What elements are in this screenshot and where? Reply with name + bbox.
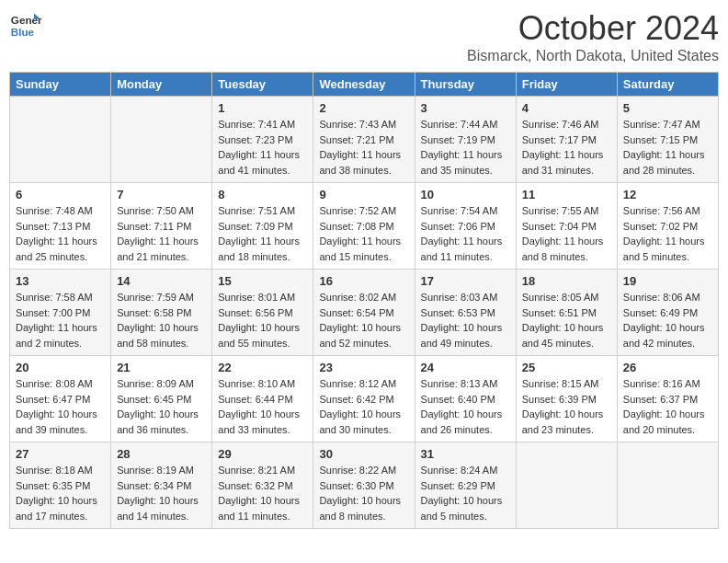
day-detail: Sunrise: 8:12 AMSunset: 6:42 PMDaylight:… bbox=[319, 376, 408, 437]
day-number: 16 bbox=[319, 274, 408, 288]
day-number: 30 bbox=[319, 447, 408, 461]
day-detail: Sunrise: 7:54 AMSunset: 7:06 PMDaylight:… bbox=[421, 203, 510, 264]
day-number: 27 bbox=[16, 447, 105, 461]
svg-text:Blue: Blue bbox=[11, 26, 35, 38]
day-of-week-header: Wednesday bbox=[313, 73, 415, 97]
calendar-cell: 6Sunrise: 7:48 AMSunset: 7:13 PMDaylight… bbox=[10, 183, 111, 270]
day-detail: Sunrise: 7:43 AMSunset: 7:21 PMDaylight:… bbox=[319, 117, 408, 178]
calendar-week-row: 6Sunrise: 7:48 AMSunset: 7:13 PMDaylight… bbox=[10, 183, 719, 270]
calendar-cell: 9Sunrise: 7:52 AMSunset: 7:08 PMDaylight… bbox=[313, 183, 415, 270]
day-detail: Sunrise: 8:15 AMSunset: 6:39 PMDaylight:… bbox=[522, 376, 611, 437]
day-number: 8 bbox=[218, 188, 307, 201]
svg-text:General: General bbox=[11, 14, 42, 26]
calendar-week-row: 27Sunrise: 8:18 AMSunset: 6:35 PMDayligh… bbox=[10, 442, 719, 529]
day-number: 25 bbox=[522, 361, 611, 374]
day-detail: Sunrise: 8:10 AMSunset: 6:44 PMDaylight:… bbox=[218, 376, 307, 437]
day-detail: Sunrise: 7:46 AMSunset: 7:17 PMDaylight:… bbox=[522, 117, 611, 178]
day-number: 24 bbox=[421, 361, 510, 374]
calendar-week-row: 1Sunrise: 7:41 AMSunset: 7:23 PMDaylight… bbox=[10, 97, 719, 183]
day-detail: Sunrise: 8:21 AMSunset: 6:32 PMDaylight:… bbox=[218, 463, 307, 523]
day-of-week-header: Friday bbox=[516, 73, 617, 97]
day-of-week-header: Monday bbox=[111, 73, 212, 97]
day-detail: Sunrise: 8:05 AMSunset: 6:51 PMDaylight:… bbox=[522, 290, 611, 350]
calendar-cell: 18Sunrise: 8:05 AMSunset: 6:51 PMDayligh… bbox=[516, 270, 617, 356]
day-detail: Sunrise: 7:44 AMSunset: 7:19 PMDaylight:… bbox=[421, 117, 510, 178]
calendar-cell: 8Sunrise: 7:51 AMSunset: 7:09 PMDaylight… bbox=[212, 183, 313, 270]
calendar-week-row: 13Sunrise: 7:58 AMSunset: 7:00 PMDayligh… bbox=[10, 270, 719, 356]
day-number: 21 bbox=[117, 361, 206, 374]
day-detail: Sunrise: 7:59 AMSunset: 6:58 PMDaylight:… bbox=[117, 290, 206, 350]
calendar-body: 1Sunrise: 7:41 AMSunset: 7:23 PMDaylight… bbox=[10, 97, 719, 529]
calendar-cell: 7Sunrise: 7:50 AMSunset: 7:11 PMDaylight… bbox=[111, 183, 212, 270]
month-title: October 2024 bbox=[467, 9, 719, 48]
day-detail: Sunrise: 8:24 AMSunset: 6:29 PMDaylight:… bbox=[421, 463, 510, 523]
calendar-cell: 23Sunrise: 8:12 AMSunset: 6:42 PMDayligh… bbox=[313, 356, 415, 442]
calendar-cell: 1Sunrise: 7:41 AMSunset: 7:23 PMDaylight… bbox=[212, 97, 313, 183]
day-number: 12 bbox=[623, 188, 712, 201]
day-detail: Sunrise: 8:03 AMSunset: 6:53 PMDaylight:… bbox=[421, 290, 510, 350]
calendar-cell: 20Sunrise: 8:08 AMSunset: 6:47 PMDayligh… bbox=[10, 356, 111, 442]
day-number: 2 bbox=[319, 101, 408, 115]
day-detail: Sunrise: 7:41 AMSunset: 7:23 PMDaylight:… bbox=[218, 117, 307, 178]
location-title: Bismarck, North Dakota, United States bbox=[467, 48, 719, 64]
calendar-week-row: 20Sunrise: 8:08 AMSunset: 6:47 PMDayligh… bbox=[10, 356, 719, 442]
day-number: 18 bbox=[522, 274, 611, 288]
day-number: 29 bbox=[218, 447, 307, 461]
calendar-cell: 19Sunrise: 8:06 AMSunset: 6:49 PMDayligh… bbox=[617, 270, 718, 356]
day-number: 1 bbox=[218, 101, 307, 115]
calendar-cell: 24Sunrise: 8:13 AMSunset: 6:40 PMDayligh… bbox=[415, 356, 516, 442]
day-detail: Sunrise: 7:48 AMSunset: 7:13 PMDaylight:… bbox=[16, 203, 105, 264]
calendar-cell: 4Sunrise: 7:46 AMSunset: 7:17 PMDaylight… bbox=[516, 97, 617, 183]
calendar-cell: 30Sunrise: 8:22 AMSunset: 6:30 PMDayligh… bbox=[313, 442, 415, 529]
day-detail: Sunrise: 8:02 AMSunset: 6:54 PMDaylight:… bbox=[319, 290, 408, 350]
day-detail: Sunrise: 8:22 AMSunset: 6:30 PMDaylight:… bbox=[319, 463, 408, 523]
day-detail: Sunrise: 7:58 AMSunset: 7:00 PMDaylight:… bbox=[16, 290, 105, 350]
day-number: 19 bbox=[623, 274, 712, 288]
day-number: 22 bbox=[218, 361, 307, 374]
calendar-cell: 15Sunrise: 8:01 AMSunset: 6:56 PMDayligh… bbox=[212, 270, 313, 356]
calendar-cell: 27Sunrise: 8:18 AMSunset: 6:35 PMDayligh… bbox=[10, 442, 111, 529]
calendar-cell: 17Sunrise: 8:03 AMSunset: 6:53 PMDayligh… bbox=[415, 270, 516, 356]
day-detail: Sunrise: 7:51 AMSunset: 7:09 PMDaylight:… bbox=[218, 203, 307, 264]
day-detail: Sunrise: 8:16 AMSunset: 6:37 PMDaylight:… bbox=[623, 376, 712, 437]
calendar-cell: 14Sunrise: 7:59 AMSunset: 6:58 PMDayligh… bbox=[111, 270, 212, 356]
page-header: General Blue October 2024 Bismarck, Nort… bbox=[9, 9, 719, 64]
calendar-cell: 11Sunrise: 7:55 AMSunset: 7:04 PMDayligh… bbox=[516, 183, 617, 270]
header-row: SundayMondayTuesdayWednesdayThursdayFrid… bbox=[10, 73, 719, 97]
day-number: 31 bbox=[421, 447, 510, 461]
calendar-cell: 28Sunrise: 8:19 AMSunset: 6:34 PMDayligh… bbox=[111, 442, 212, 529]
day-number: 13 bbox=[16, 274, 105, 288]
day-number: 10 bbox=[421, 188, 510, 201]
day-number: 11 bbox=[522, 188, 611, 201]
day-detail: Sunrise: 7:50 AMSunset: 7:11 PMDaylight:… bbox=[117, 203, 206, 264]
calendar-table: SundayMondayTuesdayWednesdayThursdayFrid… bbox=[9, 72, 719, 529]
calendar-cell: 10Sunrise: 7:54 AMSunset: 7:06 PMDayligh… bbox=[415, 183, 516, 270]
calendar-cell: 5Sunrise: 7:47 AMSunset: 7:15 PMDaylight… bbox=[617, 97, 718, 183]
calendar-cell: 25Sunrise: 8:15 AMSunset: 6:39 PMDayligh… bbox=[516, 356, 617, 442]
day-number: 5 bbox=[623, 101, 712, 115]
day-detail: Sunrise: 8:06 AMSunset: 6:49 PMDaylight:… bbox=[623, 290, 712, 350]
day-number: 7 bbox=[117, 188, 206, 201]
calendar-header: SundayMondayTuesdayWednesdayThursdayFrid… bbox=[10, 73, 719, 97]
day-number: 23 bbox=[319, 361, 408, 374]
day-number: 3 bbox=[421, 101, 510, 115]
calendar-cell: 16Sunrise: 8:02 AMSunset: 6:54 PMDayligh… bbox=[313, 270, 415, 356]
day-of-week-header: Thursday bbox=[415, 73, 516, 97]
calendar-cell: 22Sunrise: 8:10 AMSunset: 6:44 PMDayligh… bbox=[212, 356, 313, 442]
calendar-cell: 21Sunrise: 8:09 AMSunset: 6:45 PMDayligh… bbox=[111, 356, 212, 442]
day-number: 9 bbox=[319, 188, 408, 201]
calendar-cell bbox=[10, 97, 111, 183]
title-block: October 2024 Bismarck, North Dakota, Uni… bbox=[467, 9, 719, 64]
day-detail: Sunrise: 8:18 AMSunset: 6:35 PMDaylight:… bbox=[16, 463, 105, 523]
calendar-cell: 31Sunrise: 8:24 AMSunset: 6:29 PMDayligh… bbox=[415, 442, 516, 529]
day-detail: Sunrise: 8:09 AMSunset: 6:45 PMDaylight:… bbox=[117, 376, 206, 437]
calendar-cell: 26Sunrise: 8:16 AMSunset: 6:37 PMDayligh… bbox=[617, 356, 718, 442]
day-number: 17 bbox=[421, 274, 510, 288]
logo: General Blue bbox=[9, 9, 42, 42]
calendar-cell bbox=[516, 442, 617, 529]
day-detail: Sunrise: 8:13 AMSunset: 6:40 PMDaylight:… bbox=[421, 376, 510, 437]
day-detail: Sunrise: 7:56 AMSunset: 7:02 PMDaylight:… bbox=[623, 203, 712, 264]
day-detail: Sunrise: 8:01 AMSunset: 6:56 PMDaylight:… bbox=[218, 290, 307, 350]
day-of-week-header: Sunday bbox=[10, 73, 111, 97]
calendar-cell: 3Sunrise: 7:44 AMSunset: 7:19 PMDaylight… bbox=[415, 97, 516, 183]
